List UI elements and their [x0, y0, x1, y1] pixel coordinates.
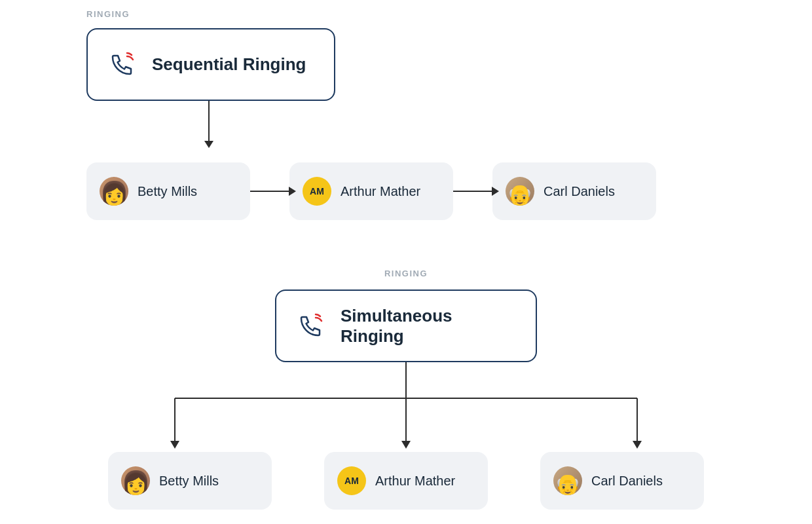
svg-marker-3 — [170, 441, 179, 449]
ringing-label-1: RINGING — [86, 9, 130, 19]
sequential-section: RINGING Sequential Ringing Betty Mills A… — [0, 0, 812, 249]
person-card-arthur-2: AM Arthur Mather — [324, 452, 488, 510]
phone-ringing-icon-2 — [295, 309, 329, 343]
arthur-avatar-2: AM — [337, 466, 366, 495]
betty-name-2: Betty Mills — [159, 474, 219, 489]
sequential-persons-row: Betty Mills AM Arthur Mather Carl Daniel… — [86, 162, 656, 220]
arrow-arthur-to-carl — [453, 191, 492, 192]
sequential-label: Sequential Ringing — [152, 54, 306, 75]
arrow-down-sequential — [208, 101, 210, 141]
branch-lines-svg — [0, 362, 812, 454]
carl-avatar-2 — [553, 466, 582, 495]
betty-avatar — [100, 177, 128, 206]
simultaneous-label: Simultaneous Ringing — [341, 306, 517, 346]
sequential-ringing-card[interactable]: Sequential Ringing — [86, 28, 335, 101]
betty-avatar-2 — [121, 466, 150, 495]
arthur-avatar: AM — [303, 177, 331, 206]
carl-name: Carl Daniels — [544, 184, 615, 199]
carl-avatar — [506, 177, 534, 206]
svg-marker-5 — [401, 441, 411, 449]
arthur-name: Arthur Mather — [341, 184, 420, 199]
person-card-arthur: AM Arthur Mather — [289, 162, 453, 220]
simultaneous-section: RINGING Simultaneous Ringing — [0, 269, 812, 524]
person-card-betty-2: Betty Mills — [108, 452, 272, 510]
person-card-betty: Betty Mills — [86, 162, 250, 220]
carl-name-2: Carl Daniels — [591, 474, 663, 489]
person-card-carl-2: Carl Daniels — [540, 452, 704, 510]
simultaneous-persons-row: Betty Mills AM Arthur Mather Carl Daniel… — [0, 452, 812, 510]
phone-ringing-icon — [106, 48, 140, 82]
arrow-betty-to-arthur — [250, 191, 289, 192]
simultaneous-ringing-card[interactable]: Simultaneous Ringing — [275, 290, 537, 362]
svg-marker-7 — [633, 441, 642, 449]
ringing-label-2: RINGING — [0, 269, 812, 278]
person-card-carl: Carl Daniels — [492, 162, 656, 220]
betty-name: Betty Mills — [138, 184, 197, 199]
arthur-name-2: Arthur Mather — [375, 474, 455, 489]
